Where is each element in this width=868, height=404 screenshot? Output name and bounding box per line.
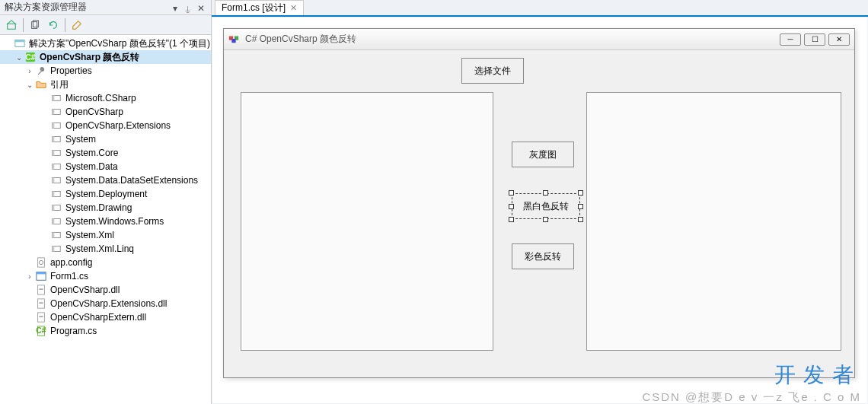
properties-label: Properties — [50, 65, 92, 76]
svg-rect-36 — [39, 288, 43, 290]
references-label: 引用 — [50, 78, 69, 91]
reference-icon — [50, 229, 62, 241]
folder-icon — [35, 78, 47, 91]
reference-node[interactable]: OpenCvSharp — [0, 105, 211, 119]
file-node[interactable]: app.config — [0, 256, 211, 269]
form-icon — [228, 33, 241, 46]
reference-node[interactable]: System.Deployment — [0, 187, 211, 201]
explorer-title: 解决方案资源管理器 — [5, 1, 87, 14]
bw-invert-button[interactable]: 黑白色反转 — [512, 193, 580, 219]
properties-node[interactable]: › Properties — [0, 64, 211, 78]
resize-handle[interactable] — [543, 217, 548, 222]
resize-handle[interactable] — [578, 204, 583, 209]
reference-node[interactable]: System.Windows.Forms — [0, 215, 211, 228]
svg-rect-30 — [53, 247, 55, 252]
reference-icon — [50, 202, 62, 214]
grayscale-button[interactable]: 灰度图 — [512, 142, 574, 167]
svg-rect-20 — [53, 178, 55, 183]
reference-icon — [50, 119, 62, 132]
reference-node[interactable]: OpenCvSharp.Extensions — [0, 119, 211, 132]
config-icon — [35, 256, 47, 269]
svg-rect-14 — [53, 137, 55, 142]
pin-icon[interactable]: ⍊ — [185, 3, 194, 12]
file-node[interactable]: C# Program.cs — [0, 324, 211, 338]
reference-node[interactable]: System.Data — [0, 160, 211, 173]
reference-node[interactable]: Microsoft.CSharp — [0, 91, 211, 105]
reference-icon — [50, 106, 62, 118]
close-icon[interactable]: ✕ — [197, 3, 206, 12]
chevron-down-icon[interactable]: ⌄ — [14, 52, 24, 62]
references-node[interactable]: ⌄ 引用 — [0, 78, 211, 91]
reference-node[interactable]: System.Xml.Linq — [0, 242, 211, 256]
svg-rect-0 — [8, 24, 16, 29]
svg-rect-8 — [53, 96, 55, 101]
reference-icon — [50, 147, 62, 159]
resize-handle[interactable] — [509, 204, 514, 209]
svg-rect-18 — [53, 164, 55, 170]
resize-handle[interactable] — [509, 217, 514, 222]
home-button[interactable] — [3, 17, 20, 33]
form-body: 选择文件 灰度图 黑白色反转 彩色反转 — [224, 50, 854, 377]
file-node[interactable]: OpenCvSharpExtern.dll — [0, 310, 211, 324]
reference-icon — [50, 243, 62, 255]
reference-icon — [50, 174, 62, 186]
svg-text:C#: C# — [36, 326, 46, 335]
explorer-titlebar: 解决方案资源管理器 ▾ ⍊ ✕ — [0, 0, 211, 15]
solution-explorer-panel: 解决方案资源管理器 ▾ ⍊ ✕ 解决方案"OpenCvSharp 颜色反转"(1… — [0, 0, 212, 404]
close-icon[interactable]: ✕ — [290, 3, 297, 13]
file-node[interactable]: OpenCvSharp.dll — [0, 283, 211, 297]
solution-icon — [14, 37, 26, 49]
watermark-en: CSDN @想要D e v 一z 飞e . C o M — [642, 390, 861, 404]
picturebox-right[interactable] — [586, 92, 841, 351]
reference-node[interactable]: System.Data.DataSetExtensions — [0, 173, 211, 187]
svg-rect-45 — [231, 39, 235, 43]
resize-handle[interactable] — [578, 217, 583, 222]
picturebox-left[interactable] — [241, 92, 493, 351]
form-preview[interactable]: C# OpenCvSharp 颜色反转 ─ ☐ ✕ 选择文件 灰度图 黑白色反转 — [223, 28, 855, 378]
select-file-button[interactable]: 选择文件 — [461, 58, 524, 84]
designer-surface[interactable]: C# OpenCvSharp 颜色反转 ─ ☐ ✕ 选择文件 灰度图 黑白色反转 — [212, 17, 867, 403]
svg-rect-24 — [53, 205, 55, 211]
svg-rect-28 — [53, 233, 55, 238]
solution-node[interactable]: 解决方案"OpenCvSharp 颜色反转"(1 个项目) — [0, 37, 211, 50]
color-invert-button[interactable]: 彩色反转 — [512, 243, 574, 269]
dll-icon — [35, 311, 47, 323]
form-title: C# OpenCvSharp 颜色反转 — [245, 33, 780, 46]
explorer-toolbar — [0, 15, 211, 35]
form-titlebar: C# OpenCvSharp 颜色反转 ─ ☐ ✕ — [224, 29, 854, 50]
refresh-button[interactable] — [45, 17, 62, 33]
resize-handle[interactable] — [509, 190, 514, 196]
wrench-icon — [35, 65, 47, 77]
resize-handle[interactable] — [543, 190, 548, 196]
reference-icon — [50, 161, 62, 173]
document-tabbar: Form1.cs [设计] ✕ — [212, 0, 868, 17]
form-icon — [35, 270, 47, 282]
separator — [23, 18, 24, 32]
close-button[interactable]: ✕ — [828, 33, 850, 46]
svg-rect-38 — [39, 302, 43, 304]
chevron-down-icon[interactable]: ⌄ — [24, 79, 35, 90]
solution-tree[interactable]: 解决方案"OpenCvSharp 颜色反转"(1 个项目) ⌄ C# OpenC… — [0, 35, 211, 404]
tab-form1-design[interactable]: Form1.cs [设计] ✕ — [215, 0, 304, 15]
reference-node[interactable]: System.Xml — [0, 228, 211, 242]
expander-icon[interactable] — [3, 38, 14, 49]
project-label: OpenCvSharp 颜色反转 — [40, 51, 139, 64]
properties-button[interactable] — [69, 17, 85, 33]
dropdown-icon[interactable]: ▾ — [173, 3, 182, 12]
minimize-button[interactable]: ─ — [780, 33, 801, 46]
project-node[interactable]: ⌄ C# OpenCvSharp 颜色反转 — [0, 50, 211, 64]
reference-node[interactable]: System.Drawing — [0, 201, 211, 215]
chevron-right-icon[interactable]: › — [24, 271, 35, 282]
copy-button[interactable] — [27, 17, 43, 33]
resize-handle[interactable] — [578, 190, 583, 196]
maximize-button[interactable]: ☐ — [804, 33, 825, 46]
svg-rect-22 — [53, 192, 55, 197]
reference-node[interactable]: System — [0, 132, 211, 146]
file-node[interactable]: › Form1.cs — [0, 269, 211, 283]
csharp-project-icon: C# — [24, 51, 37, 63]
reference-node[interactable]: System.Core — [0, 146, 211, 160]
csharp-file-icon: C# — [35, 325, 47, 337]
separator — [65, 18, 65, 32]
chevron-right-icon[interactable]: › — [24, 65, 35, 76]
file-node[interactable]: OpenCvSharp.Extensions.dll — [0, 297, 211, 310]
